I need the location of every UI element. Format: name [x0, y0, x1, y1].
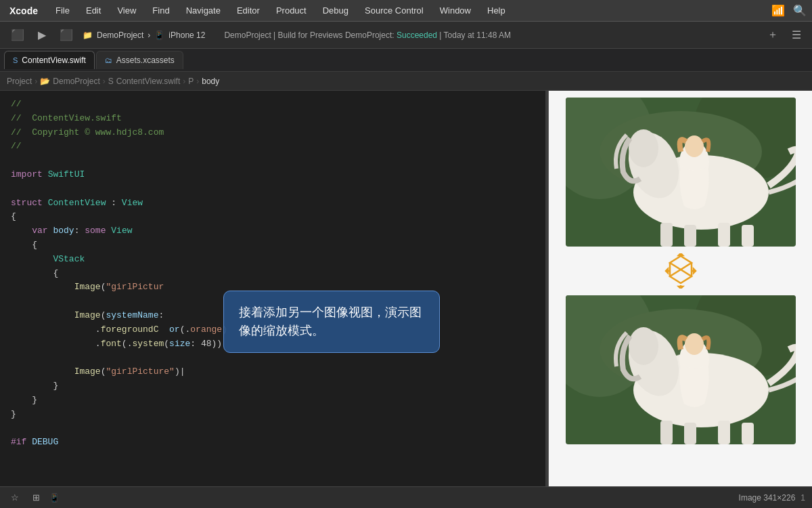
- breadcrumb-file-icon: S: [108, 77, 114, 86]
- code-line-11: {: [0, 238, 545, 253]
- svg-rect-12: [742, 225, 754, 247]
- bookmark-button[interactable]: ☆: [7, 490, 23, 505]
- main-area: // // ContentView.swift // Copyright © w…: [0, 91, 812, 486]
- code-line-24: [0, 421, 545, 436]
- device-icon: 📱: [154, 30, 164, 40]
- wifi-icon: 📶: [771, 4, 785, 17]
- code-line-19: [0, 351, 545, 365]
- swift-file-icon: S: [13, 56, 18, 64]
- code-line-7: [0, 182, 545, 196]
- grid-button[interactable]: ⊞: [28, 490, 44, 505]
- tooltip-popup: 接着添加另一个图像视图，演示图像的缩放模式。: [223, 291, 440, 353]
- preview-device-icon: 📱: [49, 493, 60, 503]
- svg-marker-18: [679, 253, 683, 255]
- menu-debug[interactable]: Debug: [320, 4, 351, 17]
- menu-product[interactable]: Product: [273, 4, 309, 17]
- menu-navigate[interactable]: Navigate: [183, 4, 223, 17]
- menu-bar: Xcode File Edit View Find Navigate Edito…: [0, 0, 812, 22]
- status-text: DemoProject | Build for Previews DemoPro…: [224, 30, 397, 40]
- breadcrumb-sep-4: ›: [196, 77, 199, 86]
- svg-marker-13: [670, 256, 692, 270]
- scheme-selector[interactable]: 📁 DemoProject › 📱 iPhone 12: [83, 30, 205, 40]
- code-line-12: VStack: [0, 253, 545, 267]
- preview-panel: [548, 91, 812, 486]
- svg-point-6: [629, 129, 658, 167]
- menu-source-control[interactable]: Source Control: [362, 4, 426, 17]
- svg-rect-37: [742, 423, 754, 444]
- svg-point-8: [685, 135, 704, 157]
- breadcrumb-sep-2: ›: [103, 77, 106, 86]
- code-line-23: }: [0, 408, 545, 422]
- code-line-6: import SwiftUI: [0, 168, 545, 182]
- code-line-5: [0, 154, 545, 168]
- menu-view[interactable]: View: [114, 4, 139, 17]
- breadcrumb-body[interactable]: body: [202, 77, 219, 86]
- sidebar-toggle-button[interactable]: ⬛: [7, 26, 28, 44]
- code-line-4: //: [0, 140, 545, 154]
- status-success: Succeeded: [397, 30, 437, 40]
- code-line-10: var body: some View: [0, 224, 545, 238]
- code-line-8: struct ContentView : View: [0, 196, 545, 211]
- code-editor[interactable]: // // ContentView.swift // Copyright © w…: [0, 91, 545, 486]
- preview-image-bottom: [566, 295, 796, 444]
- breadcrumb-project[interactable]: Project: [7, 77, 32, 86]
- menu-edit[interactable]: Edit: [83, 4, 104, 17]
- toolbar: ⬛ ▶ ⬛ 📁 DemoProject › 📱 iPhone 12 DemoPr…: [0, 22, 812, 49]
- project-icon: 📁: [83, 30, 93, 40]
- breadcrumb-folder-icon: 📂: [40, 77, 50, 86]
- code-line-1: //: [0, 98, 545, 112]
- svg-rect-10: [684, 225, 696, 247]
- add-button[interactable]: ＋: [763, 25, 782, 45]
- tab-assets-label: Assets.xcassets: [116, 56, 175, 65]
- svg-rect-9: [660, 223, 673, 247]
- breadcrumb-p[interactable]: P: [188, 77, 194, 86]
- app-name[interactable]: Xcode: [5, 5, 42, 16]
- svg-point-33: [685, 333, 704, 355]
- svg-rect-11: [718, 223, 730, 247]
- horse-girl-image-1: [566, 98, 796, 247]
- bottom-bar: ☆ ⊞ 📱 Image 341×226 1: [0, 486, 812, 508]
- menubar-right: 📶 🔍: [771, 4, 807, 17]
- ar-icon-container: [663, 252, 698, 290]
- menu-find[interactable]: Find: [150, 4, 172, 17]
- stop-button[interactable]: ⬛: [55, 26, 77, 44]
- inspector-button[interactable]: ☰: [788, 26, 805, 44]
- device-name: iPhone 12: [168, 30, 205, 40]
- breadcrumb-sep-1: ›: [35, 77, 37, 86]
- run-button[interactable]: ▶: [34, 26, 50, 44]
- svg-marker-22: [666, 269, 668, 273]
- code-line-21: }: [0, 379, 545, 394]
- code-line-2: // ContentView.swift: [0, 112, 545, 126]
- tab-assets[interactable]: 🗂 Assets.xcassets: [96, 51, 183, 69]
- status-time: | Today at 11:48 AM: [439, 30, 511, 40]
- svg-marker-20: [679, 287, 683, 289]
- tab-bar: S ContentView.swift 🗂 Assets.xcassets: [0, 49, 812, 72]
- menu-window[interactable]: Window: [437, 4, 474, 17]
- image-info: Image 341×226: [739, 493, 796, 503]
- menu-editor[interactable]: Editor: [234, 4, 263, 17]
- bottom-right: Image 341×226 1: [739, 493, 805, 503]
- tooltip-text: 接着添加另一个图像视图，演示图像的缩放模式。: [239, 305, 422, 337]
- svg-marker-24: [694, 269, 696, 273]
- svg-rect-34: [660, 421, 673, 444]
- code-line-9: {: [0, 210, 545, 224]
- code-line-25: #if DEBUG: [0, 436, 545, 450]
- zoom-level: 1: [800, 493, 805, 503]
- menu-help[interactable]: Help: [484, 4, 508, 17]
- horse-girl-image-2: [566, 295, 796, 444]
- breadcrumb-demoproject[interactable]: DemoProject: [53, 77, 99, 86]
- code-line-3: // Copyright © www.hdjc8.com: [0, 126, 545, 140]
- spotlight-icon[interactable]: 🔍: [793, 4, 807, 17]
- breadcrumb-filename[interactable]: ContentView.swift: [116, 77, 181, 86]
- breadcrumb: Project › 📂 DemoProject › S ContentView.…: [0, 72, 812, 91]
- menu-file[interactable]: File: [53, 4, 72, 17]
- chevron-right-icon: ›: [148, 30, 150, 40]
- ar-cube-icon: [663, 253, 698, 289]
- svg-rect-36: [718, 421, 730, 444]
- svg-point-31: [629, 327, 658, 365]
- code-line-13: {: [0, 267, 545, 281]
- tab-contentview[interactable]: S ContentView.swift: [4, 51, 95, 69]
- svg-rect-35: [684, 423, 696, 444]
- toolbar-right: ＋ ☰: [763, 25, 805, 45]
- code-line-22: }: [0, 394, 545, 408]
